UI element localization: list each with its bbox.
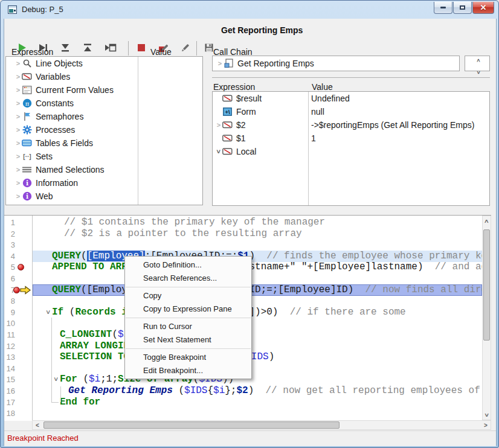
chevron-right-icon[interactable]: > <box>14 73 22 80</box>
code-line-11[interactable]: C_LONGINT($i) <box>33 329 482 341</box>
code-line-18[interactable] <box>33 408 482 419</box>
chevron-right-icon[interactable]: > <box>14 126 22 133</box>
chevron-right-icon[interactable]: > <box>14 193 22 200</box>
line-number[interactable]: 3 <box>4 240 15 249</box>
menu-toggle-breakpoint[interactable]: Toggle Breakpoint <box>125 351 251 364</box>
menu-copy-to-expression-pane[interactable]: Copy to Expression Pane <box>125 302 251 316</box>
line-number[interactable]: 16 <box>4 386 15 395</box>
line-number[interactable]: 2 <box>4 229 15 238</box>
chevron-right-icon[interactable]: > <box>14 86 22 94</box>
line-number[interactable]: 15 <box>4 375 15 384</box>
scroll-up-icon[interactable]: > <box>483 216 491 226</box>
editor-vscrollbar[interactable]: > > <box>482 216 491 420</box>
sidebar-item-constants[interactable]: >πConstants <box>6 97 202 110</box>
call-chain-item[interactable]: >Get Reporting Emps <box>213 56 459 71</box>
menu-copy[interactable]: Copy <box>125 289 251 302</box>
chevron-right-icon[interactable]: > <box>216 60 224 67</box>
maximize-button[interactable] <box>453 2 472 14</box>
sidebar-item-processes[interactable]: >Processes <box>6 123 202 136</box>
line-number[interactable]: 1 <box>4 218 15 227</box>
line-number[interactable]: 9 <box>4 308 15 317</box>
tree-item-label: Web <box>36 191 53 201</box>
code-line-10[interactable] <box>33 318 482 329</box>
line-number[interactable]: 4 <box>4 252 15 261</box>
menu-set-next-statement[interactable]: Set Next Statement <box>125 333 251 347</box>
call-chain-stepper[interactable]: > > <box>465 56 490 71</box>
scroll-right-icon[interactable]: > <box>481 421 491 429</box>
sidebar-item-information[interactable]: >iInformation <box>6 176 202 190</box>
code-line-8[interactable] <box>33 295 482 307</box>
minimize-button[interactable] <box>434 2 452 14</box>
step-into-button[interactable] <box>60 42 73 54</box>
sidebar-item-line-objects[interactable]: >Line Objects <box>6 57 202 70</box>
app-icon <box>8 5 17 14</box>
close-button[interactable]: ✕ <box>472 2 494 14</box>
step-into-process-button[interactable] <box>105 42 118 54</box>
code-line-3[interactable] <box>33 239 482 251</box>
title-bar[interactable]: Debug: P_5 ✕ <box>1 1 499 19</box>
code-line-14[interactable] <box>33 363 482 374</box>
chevron-right-icon[interactable]: > <box>14 166 22 173</box>
sidebar-item-semaphores[interactable]: >Semaphores <box>6 110 202 123</box>
sidebar-item-tables-fields[interactable]: >Tables & Fields <box>6 136 202 150</box>
line-number[interactable]: 12 <box>4 342 15 351</box>
menu-goto-definition[interactable]: Goto Definition... <box>125 258 251 272</box>
vscroll-thumb[interactable] <box>483 229 490 341</box>
menu-search-references[interactable]: Search References... <box>125 272 251 285</box>
code-line-1[interactable]: // $1 contains the primary key of the ma… <box>33 217 482 228</box>
line-number[interactable]: 5 <box>4 263 15 272</box>
code-line-2[interactable]: // $2 is a pointer to the resulting arra… <box>33 228 482 240</box>
code-line-17[interactable]: End for <box>33 397 482 408</box>
watch-row-local[interactable]: >Local <box>213 145 489 158</box>
line-number[interactable]: 14 <box>4 364 15 373</box>
sidebar-item-sets[interactable]: >[··]Sets <box>6 150 202 163</box>
line-number[interactable]: 17 <box>4 398 15 407</box>
line-number[interactable]: 18 <box>4 409 15 418</box>
chevron-right-icon[interactable]: > <box>14 179 22 187</box>
code-line-7[interactable]: QUERY([Employee];[Employee]ManagerID;=;[… <box>33 284 482 296</box>
line-number[interactable]: 13 <box>4 353 15 362</box>
chevron-right-icon[interactable]: > <box>14 60 22 67</box>
scroll-down-icon[interactable]: > <box>483 410 491 420</box>
step-out-button[interactable] <box>82 42 95 54</box>
sidebar-item-web[interactable]: >iWeb <box>6 190 202 203</box>
sidebar-item-named-selections[interactable]: >Named Selections <box>6 163 202 176</box>
line-number[interactable]: 10 <box>4 319 15 328</box>
edit-button[interactable] <box>179 42 193 54</box>
chevron-right-icon[interactable]: > <box>14 113 22 120</box>
code-line-6[interactable] <box>33 273 482 284</box>
menu-run-to-cursor[interactable]: Run to Cursor <box>125 320 251 333</box>
sidebar-item-current-form-values[interactable]: >Current Form Values <box>6 83 202 97</box>
watch-row-2[interactable]: >$2->$reportingEmps (Get All Reporting E… <box>213 118 489 132</box>
menu-edit-breakpoint[interactable]: Edit Breakpoint... <box>125 364 251 377</box>
watch-row-form[interactable]: +\Formnull <box>213 105 489 118</box>
scroll-left-icon[interactable]: < <box>33 421 42 429</box>
line-number[interactable]: 6 <box>4 274 15 283</box>
line-number[interactable]: 11 <box>4 330 15 339</box>
code-line-15[interactable]: For ($i;1;Size of array($IDS)) <box>33 374 482 385</box>
code-line-4[interactable]: QUERY([Employee];[Employee]ID;=;$1) // f… <box>33 251 482 262</box>
fold-chevron-icon[interactable]: > <box>54 376 58 383</box>
svg-text:i: i <box>25 193 28 200</box>
chevron-right-icon[interactable]: > <box>14 153 22 160</box>
editor-hscrollbar[interactable]: < > <box>32 420 491 430</box>
tree-item-label: Information <box>36 178 78 188</box>
fold-chevron-icon[interactable]: > <box>47 309 50 316</box>
breakpoint-icon[interactable] <box>18 264 24 270</box>
code-line-13[interactable]: SELECTION TO ARRAY([Employee]ID;$IDS) <box>33 351 482 363</box>
code-line-5[interactable]: APPEND TO ARRAY($2->;[Employee]firstname… <box>33 261 482 273</box>
chevron-right-icon[interactable]: > <box>14 100 22 107</box>
code-line-16[interactable]: Get Reporting Emps ($IDS{$i};$2) // now … <box>33 385 482 397</box>
chevron-right-icon[interactable]: > <box>14 139 22 147</box>
chevron-right-icon[interactable]: > <box>215 121 222 129</box>
code-line-9[interactable]: If (Records in selection([Employee])>0) … <box>33 307 482 318</box>
sidebar-item-variables[interactable]: >Variables <box>6 70 202 83</box>
abort-button[interactable] <box>136 42 149 54</box>
watch-row-1[interactable]: $11 <box>213 132 489 145</box>
chevron-down-icon[interactable]: > <box>215 148 222 155</box>
toolbar-separator <box>196 41 197 56</box>
line-number[interactable]: 8 <box>4 296 15 306</box>
watch-row-result[interactable]: $resultUndefined <box>213 92 489 105</box>
code-line-12[interactable]: ARRAY LONGINT($IDS;0) <box>33 341 482 352</box>
hscroll-thumb[interactable] <box>43 421 340 429</box>
